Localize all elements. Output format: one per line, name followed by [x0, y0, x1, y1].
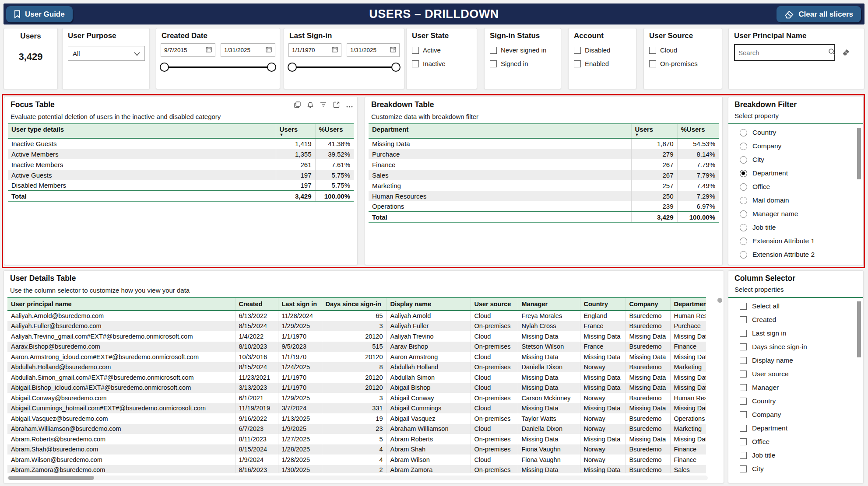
- table-row[interactable]: Human Resources2507.29%: [369, 191, 719, 201]
- table-row[interactable]: Abraham.Williamson@bsuredemo.com6/7/2023…: [7, 424, 706, 434]
- checkbox-option-select-all[interactable]: Select all: [740, 302, 780, 310]
- table-row[interactable]: Abram.Shah@bsuredemo.com8/15/20241/28/20…: [7, 444, 706, 455]
- radio-option-city[interactable]: City: [740, 156, 764, 164]
- checkbox-option-created[interactable]: Created: [740, 316, 776, 324]
- vertical-scrollbar[interactable]: [857, 128, 861, 179]
- radio-option-manager-name[interactable]: Manager name: [740, 210, 798, 218]
- clear-all-slicers-button[interactable]: Clear all slicers: [777, 6, 861, 22]
- filter-icon[interactable]: [320, 101, 327, 110]
- checkbox-disabled[interactable]: Disabled: [574, 46, 610, 54]
- vertical-scrollbar[interactable]: [857, 301, 861, 357]
- column-header[interactable]: Last sign in: [278, 297, 322, 311]
- table-row[interactable]: Abigail.Conway@bsuredemo.com6/1/20211/29…: [7, 393, 706, 403]
- table-row[interactable]: Missing Data1,87054.53%: [369, 138, 719, 149]
- radio-option-company[interactable]: Company: [740, 142, 781, 150]
- column-header[interactable]: %Users: [315, 124, 354, 138]
- table-row[interactable]: Aarav.Bishop@bsuredemo.com8/10/20239/5/2…: [7, 342, 706, 352]
- table-row[interactable]: Abdullah.Holland@bsuredemo.com8/15/20241…: [7, 362, 706, 373]
- radio-option-mail-domain[interactable]: Mail domain: [740, 196, 789, 204]
- date-range-slider-track[interactable]: [165, 66, 272, 68]
- table-row[interactable]: Finance2677.79%: [369, 159, 719, 170]
- column-header[interactable]: Manager: [518, 297, 580, 311]
- checkbox-cloud[interactable]: Cloud: [649, 46, 677, 54]
- table-row[interactable]: Active Members1,35539.52%: [8, 149, 354, 159]
- table-cell: Missing Data: [670, 352, 706, 362]
- checkbox-inactive[interactable]: Inactive: [412, 60, 446, 67]
- column-header[interactable]: Department: [670, 297, 706, 311]
- date-range-slider-handle-left[interactable]: [160, 63, 169, 72]
- search-input[interactable]: [738, 49, 826, 56]
- focus-mode-icon[interactable]: [333, 101, 340, 110]
- checkbox-option-display-name[interactable]: Display name: [740, 357, 793, 364]
- more-options-icon[interactable]: [346, 101, 353, 110]
- checkbox-option-company[interactable]: Company: [740, 411, 781, 419]
- checkbox-option-department[interactable]: Department: [740, 424, 787, 432]
- column-header-sorted[interactable]: Users▼: [631, 124, 677, 138]
- table-row[interactable]: Abram.Wilson@bsuredemo.com1/9/20241/28/2…: [7, 455, 706, 465]
- checkbox-on-premises[interactable]: On-premises: [649, 60, 698, 67]
- table-row[interactable]: Abdullah.Simon_gmail.com#EXT#@bsuredemo.…: [7, 372, 706, 383]
- table-row[interactable]: Aaron.Armstrong_icloud.com#EXT#@bsuredem…: [7, 352, 706, 362]
- table-row[interactable]: Inactive Guests1,41941.38%: [8, 138, 354, 149]
- table-row[interactable]: Purchace2798.14%: [369, 149, 719, 159]
- horizontal-scrollbar-track[interactable]: [7, 476, 708, 480]
- table-row[interactable]: Operations2396.97%: [369, 201, 719, 212]
- column-header[interactable]: %Users: [677, 124, 719, 138]
- checkbox-option-office[interactable]: Office: [740, 438, 770, 446]
- checkbox-never-signed-in[interactable]: Never signed in: [490, 46, 546, 54]
- radio-option-country[interactable]: Country: [740, 129, 776, 136]
- last-signin-end-input[interactable]: 1/31/2025: [347, 43, 400, 57]
- table-row[interactable]: Marketing2577.49%: [369, 180, 719, 191]
- radio-option-job-title[interactable]: Job title: [740, 224, 776, 231]
- table-row[interactable]: Abram.Zamora@bsuredemo.com8/16/20231/30/…: [7, 465, 706, 474]
- column-header[interactable]: User principal name: [7, 297, 235, 311]
- column-header[interactable]: Country: [580, 297, 626, 311]
- date-range-slider-handle-right[interactable]: [391, 63, 401, 72]
- column-header-sorted[interactable]: Users▼: [276, 124, 315, 138]
- checkbox-signed-in[interactable]: Signed in: [490, 60, 528, 67]
- column-header[interactable]: Display name: [387, 297, 471, 311]
- table-row[interactable]: Aaliyah.Trevino_gmail.com#EXT#@bsuredemo…: [7, 331, 706, 342]
- checkbox-option-city[interactable]: City: [740, 465, 764, 473]
- column-header[interactable]: Company: [626, 297, 670, 311]
- checkbox-option-job-title[interactable]: Job title: [740, 451, 775, 459]
- created-date-end-input[interactable]: 1/31/2025: [221, 43, 275, 57]
- date-range-slider-handle-right[interactable]: [267, 63, 276, 72]
- table-row[interactable]: Active Guests1975.75%: [8, 170, 354, 180]
- user-purpose-dropdown[interactable]: All: [68, 46, 145, 61]
- table-row[interactable]: Disabled Members1975.75%: [8, 180, 354, 191]
- checkbox-active[interactable]: Active: [412, 46, 441, 54]
- table-row[interactable]: Inactive Members2617.61%: [8, 159, 354, 170]
- date-range-slider-handle-left[interactable]: [288, 63, 297, 72]
- table-row[interactable]: Abigail.Bishop_icloud.com#EXT#@bsuredemo…: [7, 383, 706, 393]
- table-row[interactable]: Sales2677.79%: [369, 170, 719, 180]
- column-header[interactable]: Created: [235, 297, 278, 311]
- vertical-scrollbar-thumb[interactable]: [717, 298, 722, 303]
- table-row[interactable]: Abram.Roberts@bsuredemo.com8/11/20231/27…: [7, 434, 706, 444]
- table-row[interactable]: Aaliyah.Fuller@bsuredemo.com8/15/20241/2…: [7, 321, 706, 332]
- column-header[interactable]: User type details: [8, 124, 276, 138]
- column-header[interactable]: Days since sign-in: [322, 297, 387, 311]
- checkbox-option-user-source[interactable]: User source: [740, 370, 789, 378]
- table-row[interactable]: Aaliyah.Arnold@bsuredemo.com6/13/202211/…: [7, 311, 706, 321]
- last-signin-start-input[interactable]: 1/1/1970: [288, 43, 341, 57]
- horizontal-scrollbar-thumb[interactable]: [8, 476, 94, 480]
- table-row[interactable]: Abigail.Cummings_hotmail.com#EXT#@bsured…: [7, 403, 706, 414]
- radio-option-extension-attribute-1[interactable]: Extension Attribute 1: [740, 237, 815, 245]
- created-date-start-input[interactable]: 9/7/2015: [161, 43, 215, 57]
- checkbox-option-manager[interactable]: Manager: [740, 384, 779, 392]
- column-header[interactable]: Department: [369, 124, 631, 138]
- eraser-icon[interactable]: [841, 47, 851, 59]
- column-header[interactable]: User source: [471, 297, 518, 311]
- radio-option-extension-attribute-2[interactable]: Extension Attribute 2: [740, 251, 815, 259]
- radio-option-department[interactable]: Department: [740, 169, 788, 177]
- alert-bell-icon[interactable]: [307, 101, 313, 110]
- checkbox-option-country[interactable]: Country: [740, 397, 776, 405]
- date-range-slider-track[interactable]: [293, 66, 396, 68]
- checkbox-enabled[interactable]: Enabled: [574, 60, 609, 67]
- copy-icon[interactable]: [294, 101, 301, 110]
- radio-option-office[interactable]: Office: [740, 183, 770, 191]
- table-row[interactable]: Abigail.Vasquez@bsuredemo.com9/16/20221/…: [7, 413, 706, 424]
- checkbox-option-days-since-sign-in[interactable]: Days since sign-in: [740, 343, 807, 351]
- checkbox-option-last-sign-in[interactable]: Last sign in: [740, 329, 786, 337]
